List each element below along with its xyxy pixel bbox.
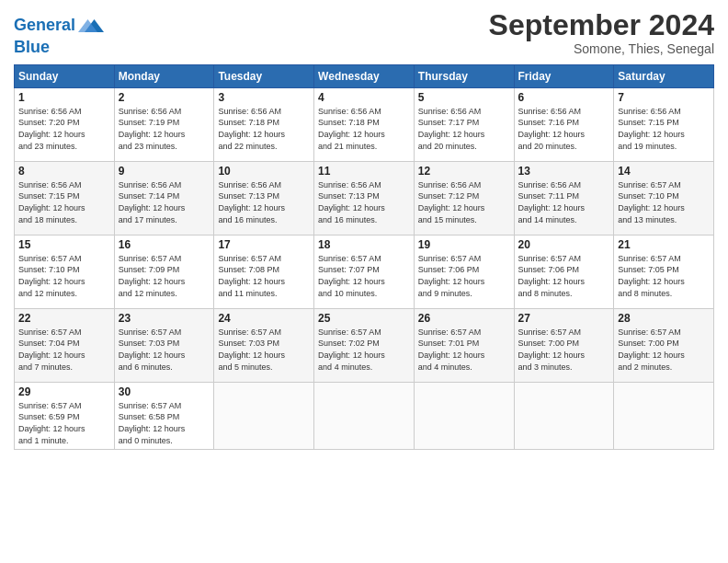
table-row: [314, 382, 415, 449]
day-number: 8: [18, 165, 110, 178]
table-row: [514, 382, 614, 449]
table-row: 4Sunrise: 6:56 AM Sunset: 7:18 PM Daylig…: [314, 87, 415, 161]
day-number: 26: [418, 312, 510, 325]
day-info: Sunrise: 6:57 AM Sunset: 7:01 PM Dayligh…: [418, 327, 510, 373]
day-number: 19: [418, 238, 510, 251]
day-info: Sunrise: 6:57 AM Sunset: 7:02 PM Dayligh…: [318, 327, 410, 373]
day-info: Sunrise: 6:56 AM Sunset: 7:18 PM Dayligh…: [318, 106, 410, 152]
table-row: 21Sunrise: 6:57 AM Sunset: 7:05 PM Dayli…: [614, 235, 714, 308]
table-row: [614, 382, 714, 449]
month-title: September 2024: [489, 9, 714, 41]
day-info: Sunrise: 6:56 AM Sunset: 7:12 PM Dayligh…: [418, 179, 510, 225]
day-info: Sunrise: 6:56 AM Sunset: 7:17 PM Dayligh…: [418, 106, 510, 152]
logo-blue-text: Blue: [14, 39, 104, 57]
day-number: 9: [119, 165, 210, 178]
table-row: 11Sunrise: 6:56 AM Sunset: 7:13 PM Dayli…: [314, 161, 415, 235]
day-info: Sunrise: 6:56 AM Sunset: 7:15 PM Dayligh…: [618, 106, 710, 152]
day-number: 29: [18, 385, 110, 398]
table-row: 14Sunrise: 6:57 AM Sunset: 7:10 PM Dayli…: [614, 161, 714, 235]
day-info: Sunrise: 6:57 AM Sunset: 7:08 PM Dayligh…: [218, 253, 310, 299]
table-row: 25Sunrise: 6:57 AM Sunset: 7:02 PM Dayli…: [314, 308, 415, 382]
day-info: Sunrise: 6:57 AM Sunset: 7:03 PM Dayligh…: [218, 327, 310, 373]
day-info: Sunrise: 6:56 AM Sunset: 7:20 PM Dayligh…: [18, 106, 110, 152]
day-info: Sunrise: 6:56 AM Sunset: 7:19 PM Dayligh…: [119, 106, 210, 152]
table-row: 30Sunrise: 6:57 AM Sunset: 6:58 PM Dayli…: [114, 382, 214, 449]
table-row: 13Sunrise: 6:56 AM Sunset: 7:11 PM Dayli…: [514, 161, 614, 235]
table-row: 24Sunrise: 6:57 AM Sunset: 7:03 PM Dayli…: [214, 308, 314, 382]
day-info: Sunrise: 6:57 AM Sunset: 7:07 PM Dayligh…: [318, 253, 410, 299]
header-tuesday: Tuesday: [214, 64, 314, 87]
day-info: Sunrise: 6:57 AM Sunset: 7:10 PM Dayligh…: [18, 253, 110, 299]
location-subtitle: Somone, Thies, Senegal: [489, 41, 714, 56]
day-info: Sunrise: 6:56 AM Sunset: 7:18 PM Dayligh…: [218, 106, 310, 152]
day-number: 30: [119, 385, 210, 398]
day-number: 5: [418, 91, 510, 104]
weekday-header-row: Sunday Monday Tuesday Wednesday Thursday…: [15, 64, 714, 87]
table-row: 12Sunrise: 6:56 AM Sunset: 7:12 PM Dayli…: [414, 161, 514, 235]
day-number: 1: [18, 91, 110, 104]
day-info: Sunrise: 6:56 AM Sunset: 7:13 PM Dayligh…: [318, 179, 410, 225]
day-number: 23: [119, 312, 210, 325]
calendar-table: Sunday Monday Tuesday Wednesday Thursday…: [14, 64, 714, 450]
day-number: 6: [518, 91, 610, 104]
day-number: 22: [18, 312, 110, 325]
day-info: Sunrise: 6:57 AM Sunset: 7:04 PM Dayligh…: [18, 327, 110, 373]
day-info: Sunrise: 6:57 AM Sunset: 7:00 PM Dayligh…: [618, 327, 710, 373]
day-info: Sunrise: 6:57 AM Sunset: 7:10 PM Dayligh…: [618, 179, 710, 225]
day-number: 16: [119, 238, 210, 251]
day-number: 20: [518, 238, 610, 251]
table-row: 3Sunrise: 6:56 AM Sunset: 7:18 PM Daylig…: [214, 87, 314, 161]
day-info: Sunrise: 6:56 AM Sunset: 7:11 PM Dayligh…: [518, 179, 610, 225]
day-number: 24: [218, 312, 310, 325]
day-info: Sunrise: 6:56 AM Sunset: 7:15 PM Dayligh…: [18, 179, 110, 225]
logo: General Blue: [14, 13, 104, 57]
page-container: General Blue September 2024 Somone, Thie…: [0, 0, 728, 459]
day-number: 12: [418, 165, 510, 178]
table-row: 9Sunrise: 6:56 AM Sunset: 7:14 PM Daylig…: [114, 161, 214, 235]
day-info: Sunrise: 6:57 AM Sunset: 7:06 PM Dayligh…: [418, 253, 510, 299]
table-row: 26Sunrise: 6:57 AM Sunset: 7:01 PM Dayli…: [414, 308, 514, 382]
day-number: 27: [518, 312, 610, 325]
table-row: 27Sunrise: 6:57 AM Sunset: 7:00 PM Dayli…: [514, 308, 614, 382]
header-friday: Friday: [514, 64, 614, 87]
day-number: 4: [318, 91, 410, 104]
table-row: 22Sunrise: 6:57 AM Sunset: 7:04 PM Dayli…: [15, 308, 115, 382]
day-number: 17: [218, 238, 310, 251]
day-number: 25: [318, 312, 410, 325]
day-number: 14: [618, 165, 710, 178]
day-number: 7: [618, 91, 710, 104]
header: General Blue September 2024 Somone, Thie…: [14, 9, 714, 57]
table-row: 20Sunrise: 6:57 AM Sunset: 7:06 PM Dayli…: [514, 235, 614, 308]
header-thursday: Thursday: [414, 64, 514, 87]
day-info: Sunrise: 6:57 AM Sunset: 7:00 PM Dayligh…: [518, 327, 610, 373]
header-wednesday: Wednesday: [314, 64, 415, 87]
logo-text: General: [14, 17, 75, 35]
logo-text-block: General Blue: [14, 13, 104, 57]
header-sunday: Sunday: [15, 64, 115, 87]
day-number: 13: [518, 165, 610, 178]
table-row: 7Sunrise: 6:56 AM Sunset: 7:15 PM Daylig…: [614, 87, 714, 161]
table-row: 28Sunrise: 6:57 AM Sunset: 7:00 PM Dayli…: [614, 308, 714, 382]
table-row: 2Sunrise: 6:56 AM Sunset: 7:19 PM Daylig…: [114, 87, 214, 161]
day-info: Sunrise: 6:57 AM Sunset: 7:05 PM Dayligh…: [618, 253, 710, 299]
table-row: 16Sunrise: 6:57 AM Sunset: 7:09 PM Dayli…: [114, 235, 214, 308]
logo-icon: [78, 13, 104, 39]
day-info: Sunrise: 6:56 AM Sunset: 7:13 PM Dayligh…: [218, 179, 310, 225]
day-number: 3: [218, 91, 310, 104]
day-info: Sunrise: 6:57 AM Sunset: 7:09 PM Dayligh…: [119, 253, 210, 299]
day-number: 28: [618, 312, 710, 325]
table-row: 8Sunrise: 6:56 AM Sunset: 7:15 PM Daylig…: [15, 161, 115, 235]
table-row: 10Sunrise: 6:56 AM Sunset: 7:13 PM Dayli…: [214, 161, 314, 235]
header-saturday: Saturday: [614, 64, 714, 87]
table-row: 1Sunrise: 6:56 AM Sunset: 7:20 PM Daylig…: [15, 87, 115, 161]
table-row: 23Sunrise: 6:57 AM Sunset: 7:03 PM Dayli…: [114, 308, 214, 382]
table-row: 29Sunrise: 6:57 AM Sunset: 6:59 PM Dayli…: [15, 382, 115, 449]
day-number: 10: [218, 165, 310, 178]
day-number: 21: [618, 238, 710, 251]
day-info: Sunrise: 6:56 AM Sunset: 7:16 PM Dayligh…: [518, 106, 610, 152]
table-row: [214, 382, 314, 449]
table-row: 17Sunrise: 6:57 AM Sunset: 7:08 PM Dayli…: [214, 235, 314, 308]
table-row: 5Sunrise: 6:56 AM Sunset: 7:17 PM Daylig…: [414, 87, 514, 161]
table-row: [414, 382, 514, 449]
day-info: Sunrise: 6:56 AM Sunset: 7:14 PM Dayligh…: [119, 179, 210, 225]
